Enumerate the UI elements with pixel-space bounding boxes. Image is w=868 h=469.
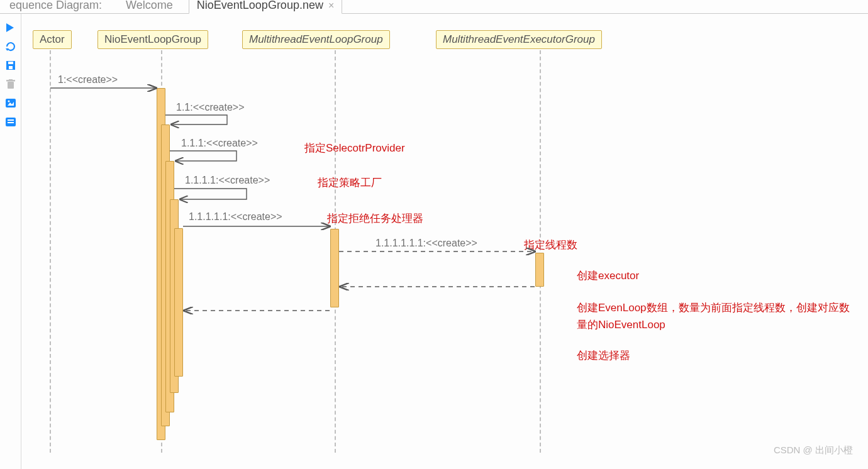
- settings-icon[interactable]: [5, 117, 16, 127]
- participant-multi-eeg: MultithreadEventExecutorGroup: [436, 30, 602, 49]
- left-toolbar: [0, 14, 21, 469]
- annot-create-selector: 创建选择器: [577, 348, 630, 363]
- annot-strategy-factory: 指定策略工厂: [318, 175, 382, 190]
- msg-1-1-1-1-1-1: 1.1.1.1.1.1:<<create>>: [376, 238, 477, 249]
- msg-1: 1:<<create>>: [58, 74, 118, 86]
- watermark: CSDN @ 出间小橙: [774, 444, 853, 456]
- participant-nio: NioEventLoopGroup: [97, 30, 208, 49]
- annot-selector-provider: 指定SelecotrProvider: [304, 141, 405, 155]
- msg-1-1-1: 1.1.1:<<create>>: [181, 138, 258, 149]
- msg-1-1-1-1: 1.1.1.1:<<create>>: [185, 175, 270, 186]
- svg-point-10: [8, 101, 9, 102]
- trash-icon[interactable]: [5, 79, 16, 89]
- svg-rect-3: [8, 62, 13, 64]
- tab-bar: equence Diagram: Welcome NioEventLoopGro…: [0, 0, 868, 14]
- annot-thread-count: 指定线程数: [524, 238, 577, 252]
- image-icon[interactable]: [5, 98, 16, 108]
- tab-nio-eventloopgroup[interactable]: NioEventLoopGroup.new ×: [189, 0, 342, 14]
- svg-rect-12: [8, 119, 14, 121]
- play-icon[interactable]: [5, 23, 16, 33]
- activation-multi-eeg: [535, 253, 544, 287]
- activation-nio-5: [174, 228, 183, 377]
- svg-rect-7: [9, 79, 13, 80]
- close-icon[interactable]: ×: [328, 0, 334, 11]
- participant-multi-elg: MultithreadEventLoopGroup: [242, 30, 390, 49]
- msg-1-1: 1.1:<<create>>: [176, 102, 245, 113]
- annot-create-loop-array: 创建EvenLoop数组，数量为前面指定线程数，创建对应数量的NioEventL…: [577, 299, 854, 333]
- refresh-icon[interactable]: [5, 41, 16, 52]
- msg-1-1-1-1-1: 1.1.1.1.1:<<create>>: [189, 211, 282, 223]
- svg-marker-0: [6, 23, 14, 32]
- lifeline-actor: [50, 50, 51, 453]
- tab-label: NioEventLoopGroup.new: [197, 0, 323, 12]
- annot-create-executor: 创建executor: [577, 268, 639, 283]
- tab-sequence-diagram[interactable]: equence Diagram:: [1, 0, 110, 14]
- annot-reject-handler: 指定拒绝任务处理器: [327, 211, 423, 226]
- activation-multi-elg: [330, 229, 339, 307]
- svg-rect-4: [9, 66, 13, 69]
- sequence-arrows: [0, 0, 868, 469]
- svg-rect-13: [8, 122, 14, 123]
- tab-welcome[interactable]: Welcome: [118, 0, 181, 14]
- svg-rect-5: [8, 82, 14, 89]
- participant-actor: Actor: [33, 30, 72, 49]
- save-icon[interactable]: [5, 60, 16, 70]
